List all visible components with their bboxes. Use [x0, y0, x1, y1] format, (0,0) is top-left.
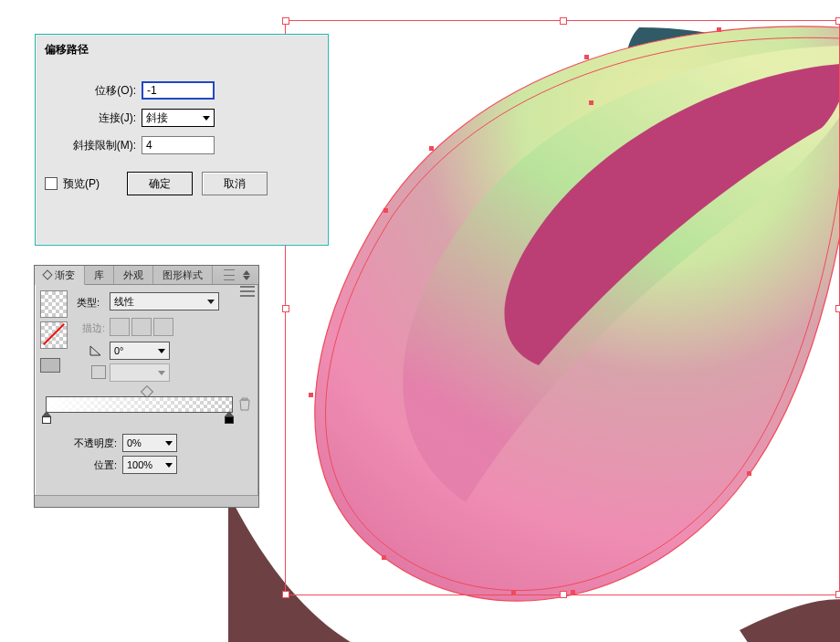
- offset-input[interactable]: [142, 81, 215, 100]
- bbox-handle-nw[interactable]: [282, 17, 289, 25]
- stroke-label: 描边:: [82, 321, 105, 335]
- delete-stop-icon[interactable]: [238, 396, 251, 411]
- chevron-down-icon: [158, 371, 165, 375]
- bbox-handle-s[interactable]: [560, 591, 567, 598]
- type-value: 线性: [114, 295, 134, 309]
- preview-label: 预览(P): [63, 176, 100, 192]
- bbox-handle-sw[interactable]: [282, 591, 289, 598]
- gradient-stop-right[interactable]: [225, 411, 234, 422]
- row-offset: 位移(O):: [36, 80, 215, 100]
- opacity-label: 不透明度:: [62, 437, 117, 450]
- bbox-handle-se[interactable]: [835, 591, 840, 598]
- dialog-title: 偏移路径: [45, 42, 89, 58]
- tab-graphic-styles[interactable]: 图形样式: [153, 266, 213, 284]
- join-label: 连接(J):: [36, 111, 142, 126]
- anchor-point[interactable]: [383, 208, 388, 213]
- gradient-type-select[interactable]: 线性: [110, 292, 219, 310]
- angle-icon: [89, 343, 102, 356]
- row-miter: 斜接限制(M):: [36, 135, 215, 155]
- stroke-mode-1[interactable]: [110, 318, 130, 336]
- panel-collapse-icon[interactable]: [240, 268, 253, 281]
- opacity-value: 0%: [127, 437, 142, 448]
- illustrator-canvas[interactable]: 偏移路径 位移(O): 连接(J): 斜接 斜接限制(M): 预览(P) 确定 …: [0, 0, 840, 642]
- anchor-point[interactable]: [717, 27, 721, 32]
- row-join: 连接(J): 斜接: [36, 108, 215, 128]
- tab-gradient[interactable]: 渐变: [35, 266, 85, 285]
- gradient-body: 类型: 线性 描边: 0°: [35, 285, 258, 296]
- stroke-mode-3[interactable]: [153, 318, 173, 336]
- location-value: 100%: [127, 459, 152, 470]
- gradient-ramp[interactable]: [46, 396, 233, 413]
- ok-button[interactable]: 确定: [127, 172, 193, 195]
- cancel-button[interactable]: 取消: [202, 172, 268, 195]
- chevron-down-icon: [165, 463, 173, 468]
- offset-path-dialog: 偏移路径 位移(O): 连接(J): 斜接 斜接限制(M): 预览(P) 确定 …: [35, 34, 329, 246]
- anchor-point[interactable]: [309, 393, 313, 397]
- miter-label: 斜接限制(M):: [36, 138, 142, 153]
- reverse-gradient-button[interactable]: [40, 358, 60, 373]
- anchor-point[interactable]: [571, 590, 575, 595]
- selection-bbox[interactable]: [285, 20, 840, 595]
- offset-label: 位移(O):: [36, 83, 142, 99]
- chevron-down-icon: [158, 349, 165, 353]
- anchor-point[interactable]: [511, 590, 516, 595]
- bbox-handle-ne[interactable]: [835, 17, 840, 25]
- tab-appearance[interactable]: 外观: [114, 266, 153, 284]
- gradient-stop-left[interactable]: [42, 411, 51, 422]
- chevron-down-icon: [165, 441, 173, 446]
- gradient-swatch[interactable]: [40, 290, 68, 318]
- panel-footer: [35, 495, 258, 507]
- bbox-handle-w[interactable]: [282, 305, 289, 312]
- angle-select[interactable]: 0°: [110, 342, 170, 360]
- stroke-swatch-none[interactable]: [40, 321, 68, 349]
- stroke-mode-2[interactable]: [131, 318, 152, 336]
- opacity-select[interactable]: 0%: [122, 434, 177, 452]
- bbox-handle-n[interactable]: [560, 17, 567, 25]
- anchor-point[interactable]: [584, 55, 589, 59]
- panel-grip-icon[interactable]: [224, 269, 235, 280]
- anchor-point[interactable]: [747, 471, 751, 476]
- join-select[interactable]: 斜接: [142, 109, 215, 127]
- join-value: 斜接: [146, 111, 168, 126]
- panel-tabs: 渐变 库 外观 图形样式: [35, 266, 258, 285]
- gradient-panel: 渐变 库 外观 图形样式 类型: 线性 描边:: [34, 265, 259, 508]
- aspect-select[interactable]: [110, 363, 170, 382]
- miter-input[interactable]: [142, 136, 215, 154]
- location-label: 位置:: [62, 458, 117, 472]
- bbox-handle-e[interactable]: [835, 305, 840, 312]
- type-label: 类型:: [77, 296, 100, 310]
- anchor-point[interactable]: [382, 555, 386, 560]
- stroke-gradient-mode: [110, 318, 175, 336]
- tab-library[interactable]: 库: [85, 266, 114, 284]
- chevron-down-icon: [203, 116, 210, 121]
- aspect-icon: [91, 365, 106, 379]
- chevron-down-icon: [207, 300, 215, 304]
- location-select[interactable]: 100%: [122, 456, 177, 474]
- preview-checkbox[interactable]: [45, 177, 58, 190]
- angle-value: 0°: [114, 345, 124, 356]
- anchor-point[interactable]: [589, 100, 593, 105]
- anchor-point[interactable]: [429, 146, 434, 151]
